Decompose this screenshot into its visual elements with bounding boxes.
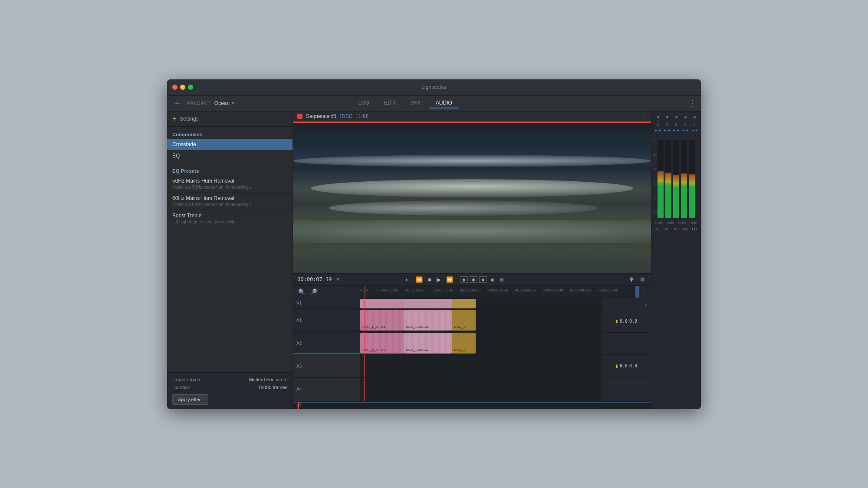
meter-top-4: 6 [681, 122, 689, 127]
stop-button[interactable]: ■ [426, 275, 433, 284]
apply-effect-button[interactable]: Apply effect [172, 394, 208, 405]
tab-audio[interactable]: AUDIO [429, 98, 459, 108]
a2-clip-2[interactable]: DSC_1149, A2 [404, 333, 452, 354]
timeline-more-button[interactable]: ⋮ [639, 288, 651, 295]
track-label-a1: A1 [293, 309, 360, 332]
mark-clip-button[interactable]: ◆ [479, 276, 487, 283]
solo-a3[interactable]: Solo [678, 221, 686, 225]
target-region-value[interactable]: Marked Section ▼ [249, 377, 287, 382]
component-crossfade[interactable]: Crossfade [167, 139, 293, 150]
scroll-indicator: ▲ [644, 303, 648, 307]
all-bar-line [293, 402, 651, 403]
gain-value-a3[interactable]: 0.0 [620, 364, 628, 368]
preset-50hz[interactable]: 50Hz Mains Hum Removal Notch out 50Hz ma… [167, 175, 293, 193]
input-marker-1: ►◄ [654, 128, 661, 132]
viewer-header: Sequence #1 [DSC_1148] ⋮ [293, 111, 651, 121]
audio-monitor-button[interactable]: 🎙 [627, 275, 636, 284]
meter-btn-2[interactable]: ◂ [666, 114, 668, 120]
more-options-button[interactable]: ⋮ [689, 98, 697, 108]
scale-minus6: -6 [652, 138, 658, 142]
settings-button[interactable]: ⚙ [638, 275, 647, 284]
viewer-more-button[interactable]: ⋮ [641, 113, 647, 119]
meter-fill-a1 [658, 171, 664, 218]
a1-clip-2[interactable]: DSC_1149, A1 [404, 310, 452, 331]
a3-right: ▮ 0.0 0.0 [603, 355, 649, 377]
meter-scale-labels: -6 -12 -18 -24 -30 -42 [652, 133, 658, 220]
track-content-area[interactable]: DSC_1_48, A1 DSC_1149, A1 DSC_1 [360, 298, 601, 401]
meter-fill-a3 [673, 175, 679, 218]
marker-controls: 🎙 ⚙ [627, 275, 647, 284]
v1-clip-1[interactable] [360, 299, 404, 308]
meter-btn-4[interactable]: ◂ [684, 114, 687, 120]
zoom-in-button[interactable]: 🔎 [309, 288, 319, 296]
a1-right: ▮ 0.0 0.0 [603, 310, 649, 332]
play-button[interactable]: ▶ [435, 275, 443, 284]
meter-btn-3[interactable]: ◂ [675, 114, 677, 120]
a3-track-name: A3 [296, 364, 302, 369]
mark-out-button[interactable]: ◆ [470, 276, 477, 283]
go-to-start-button[interactable]: ⏯ [403, 275, 412, 284]
gain-value-a1b: 0.0 [629, 319, 637, 324]
v1-right: ▲ [603, 300, 649, 311]
preset-60hz[interactable]: 60Hz Mains Hum Removal Notch out 60Hz ma… [167, 193, 293, 210]
in-point-indicator [293, 121, 651, 123]
wave-overlay [293, 121, 651, 273]
component-eq[interactable]: EQ [167, 150, 293, 161]
meter-btn-5[interactable]: ◂ [693, 114, 696, 120]
fast-forward-button[interactable]: ⏩ [444, 275, 455, 284]
track-label-v1: V1 [293, 298, 360, 309]
solo-a1[interactable]: Solo [655, 221, 663, 225]
meter-top-3: 6 [672, 122, 680, 127]
a2-track: DSC_1_48, A2 DSC_1149, A2 DSC_1 [360, 332, 601, 355]
a1-clip-3[interactable]: DSC_1 [452, 310, 476, 331]
panel-bottom: Target region Marked Section ▼ Duration … [167, 372, 293, 409]
a2-clip-3[interactable]: DSC_1 [452, 333, 476, 354]
meter-bar-a4 [681, 140, 687, 218]
preset-boost-treble[interactable]: Boost Treble Lift high frequencies above… [167, 210, 293, 227]
ruler-mark-2: 00:01:00.00 [405, 288, 426, 292]
ch-label-a2: A2 [664, 227, 669, 231]
clip-name: [DSC_1148] [340, 113, 368, 119]
v1-clip-2[interactable] [404, 299, 452, 308]
solo-a2[interactable]: Solo [667, 221, 674, 225]
gain-value-a1[interactable]: 0.0 [620, 319, 628, 324]
track-labels: V1 A1 A2 A3 A4 [293, 298, 360, 401]
ruler-background: 00:00:00 00:00:30.00 00:01:00.00 00:01:3… [360, 285, 635, 298]
ruler-mark-3: 00:01:30.00 [432, 288, 453, 292]
timeline-playhead-marker [365, 285, 365, 298]
settings-button[interactable]: Settings [180, 116, 198, 122]
left-panel: + Settings Components Crossfade EQ EQ Pr… [167, 111, 293, 409]
a1-clip-1[interactable]: DSC_1_48, A1 [360, 310, 404, 331]
tab-vfx[interactable]: VFX [404, 98, 427, 108]
sync-button[interactable]: ▣ [489, 276, 496, 283]
maximize-button[interactable] [188, 85, 193, 90]
timeline-ruler[interactable]: 00:00:00 00:00:30.00 00:01:00.00 00:01:3… [360, 285, 635, 298]
tab-log[interactable]: LOG [352, 98, 376, 108]
project-name[interactable]: Ocean ▼ [214, 100, 235, 106]
close-button[interactable] [172, 85, 178, 90]
zoom-out-button[interactable]: 🔍 [296, 288, 307, 296]
mark-in-button[interactable]: ◆ [460, 276, 468, 283]
input-marker-4: ►◄ [682, 128, 689, 132]
rewind-button[interactable]: ⏪ [414, 275, 424, 284]
solo-row: Solo Solo Solo Solo [651, 220, 701, 226]
a1-clip-2-label: DSC_1149, A1 [404, 324, 451, 330]
a2-track-name: A2 [296, 341, 302, 346]
minimize-button[interactable] [180, 85, 185, 90]
play-controls: ⏯ ⏪ ■ ▶ ⏩ ◆ ◆ ◆ ▣ ▤ [403, 275, 505, 284]
a2-clip-1[interactable]: DSC_1_48, A2 [360, 333, 404, 354]
a3-playhead [364, 355, 365, 377]
timecode-dropdown[interactable]: ▼ [335, 276, 340, 282]
ch-label-a3: A3 [674, 227, 678, 231]
v1-track-name: V1 [296, 301, 302, 305]
components-list: Components Crossfade EQ EQ Presets 50Hz … [167, 127, 293, 372]
ruler-mark-4: 00:02:00.00 [460, 288, 481, 292]
v1-clip-3[interactable] [452, 299, 476, 308]
back-button[interactable]: ← [171, 98, 184, 108]
meter-btn-1[interactable]: ◂ [657, 114, 659, 120]
solo-a4[interactable]: Solo [690, 221, 697, 225]
add-component-button[interactable]: + [172, 115, 176, 123]
ruler-mark-6: 00:03:00.00 [515, 288, 536, 292]
tab-edit[interactable]: EDIT [377, 98, 403, 108]
loop-button[interactable]: ▤ [498, 276, 505, 283]
